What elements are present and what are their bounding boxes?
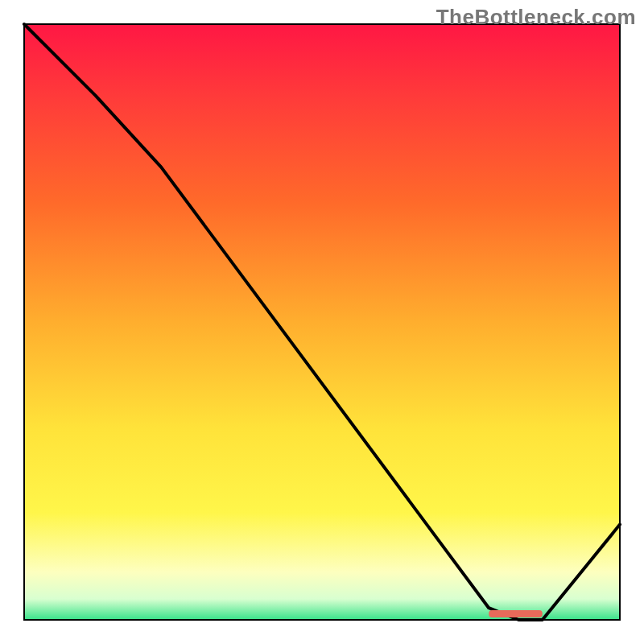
chart-svg	[0, 0, 644, 644]
optimal-band-marker	[489, 610, 543, 617]
attribution-text: TheBottleneck.com	[436, 5, 636, 30]
chart-root: TheBottleneck.com	[0, 0, 644, 644]
